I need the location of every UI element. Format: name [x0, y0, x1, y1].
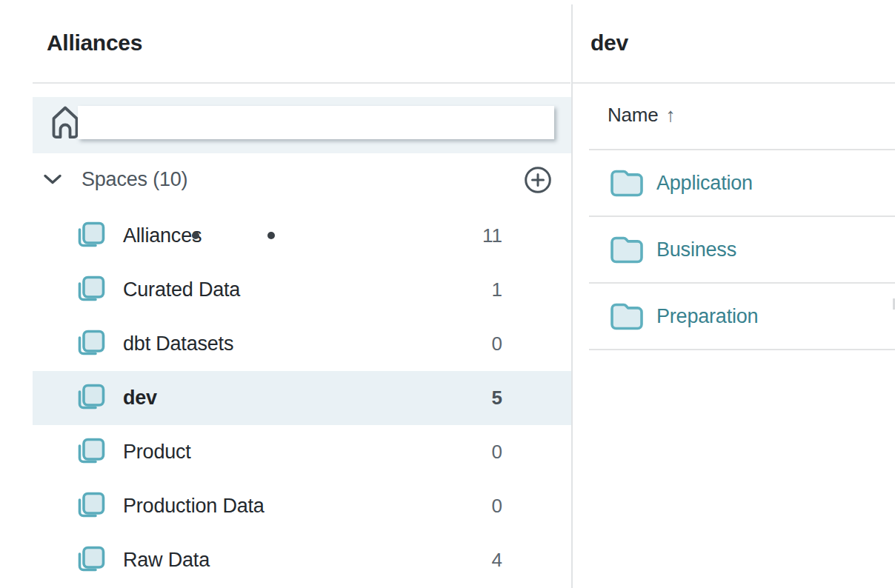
space-count: 11 [482, 224, 502, 247]
folder-icon [610, 301, 644, 331]
space-count: 1 [492, 278, 502, 301]
folder-icon [610, 168, 644, 198]
sort-ascending-icon: ↑ [666, 104, 676, 126]
space-row-product[interactable]: Product 0 [33, 425, 571, 479]
home-icon [50, 104, 80, 144]
space-contents-panel: dev Name↑ Application Business [573, 0, 895, 588]
folder-row-application[interactable]: Application [589, 150, 895, 217]
sidebar-title-divider [33, 82, 570, 84]
sidebar-title: Alliances [47, 30, 142, 56]
spaces-sidebar: Alliances Spaces (10) [0, 0, 571, 588]
add-space-button[interactable] [524, 166, 552, 194]
space-icon [74, 490, 107, 523]
space-name: dev [123, 387, 157, 410]
folder-row-business[interactable]: Business [589, 217, 895, 284]
space-icon [74, 382, 107, 415]
space-count: 0 [492, 495, 502, 518]
space-row-dev[interactable]: dev 5 [33, 371, 571, 425]
folder-table: Application Business Preparation [589, 149, 895, 350]
name-column-label: Name [608, 104, 659, 126]
spaces-section-label[interactable]: Spaces (10) [81, 168, 187, 191]
space-row-production-data[interactable]: Production Data 0 [33, 479, 571, 533]
space-count: 0 [492, 441, 502, 464]
folder-icon [610, 235, 644, 264]
redaction-overlay [78, 106, 554, 139]
space-title: dev [590, 30, 628, 56]
space-name: Product [123, 441, 191, 464]
space-row-dbt-datasets[interactable]: dbt Datasets 0 [33, 317, 571, 371]
space-count: 4 [492, 549, 502, 572]
space-count: 0 [492, 333, 502, 355]
hidden-text-descender [192, 232, 199, 239]
space-name: dbt Datasets [123, 333, 233, 355]
home-nav-item[interactable] [33, 97, 571, 153]
space-row-alliances[interactable]: Alliances 11 [33, 209, 571, 263]
space-icon [74, 328, 107, 361]
space-row-curated-data[interactable]: Curated Data 1 [33, 263, 571, 317]
folder-row-preparation[interactable]: Preparation [589, 284, 895, 350]
space-name: Alliances [123, 224, 202, 247]
space-icon [74, 274, 107, 307]
plus-circle-icon [524, 166, 552, 194]
folder-link[interactable]: Application [656, 172, 753, 195]
folder-link[interactable]: Preparation [656, 305, 758, 328]
name-column-sort-header[interactable]: Name↑ [608, 104, 675, 127]
main-title-divider [573, 82, 895, 84]
space-name: Production Data [123, 495, 264, 518]
space-icon [74, 544, 107, 577]
hidden-text-descender [267, 232, 275, 239]
space-count: 5 [492, 387, 502, 410]
spaces-section-header: Spaces (10) [33, 153, 571, 206]
space-icon [74, 436, 107, 469]
app-window: Alliances Spaces (10) [0, 0, 895, 588]
spaces-list: Alliances 11 Curated Data 1 dbt Datasets… [33, 209, 571, 587]
space-icon [74, 220, 107, 253]
space-name: Curated Data [123, 278, 240, 301]
space-row-raw-data[interactable]: Raw Data 4 [33, 533, 571, 587]
space-name: Raw Data [123, 549, 210, 572]
folder-link[interactable]: Business [656, 238, 736, 261]
chevron-down-icon[interactable] [43, 173, 62, 188]
